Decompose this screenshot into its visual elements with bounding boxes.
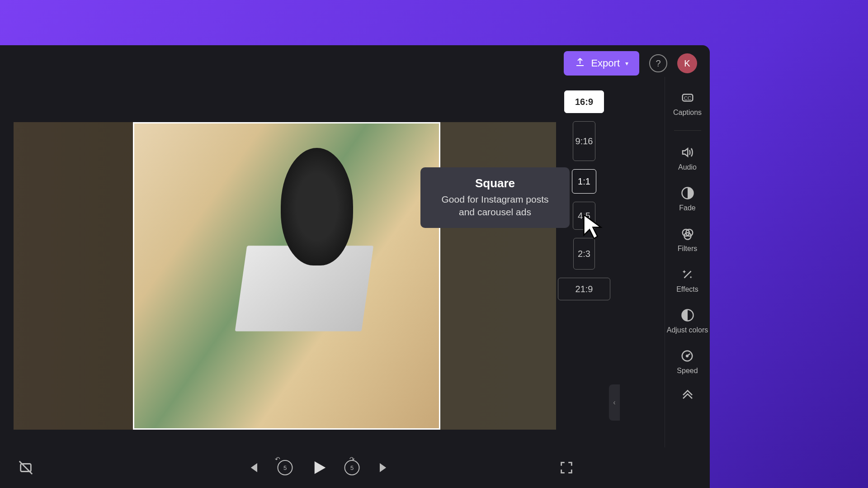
skip-seconds: 5 [350,464,354,471]
speed-icon [679,348,695,364]
help-icon: ? [656,58,660,69]
svg-text:CC: CC [684,95,691,101]
forward-5s-button[interactable]: ↷5 [344,460,360,475]
sidebar-item-label: Adjust colors [667,326,708,334]
aspect-ratio-menu: 16:9 9:16 1:1 4:5 2:3 21:9 [558,90,610,300]
collapse-sidebar-button[interactable]: ‹ [609,384,620,421]
sidebar-item-label: Captions [673,109,702,117]
audio-icon [679,144,695,161]
preview-frame[interactable] [133,122,440,430]
sidebar-item-fade[interactable]: Fade [679,185,695,212]
sidebar-item-label: Audio [678,163,697,171]
avatar-initial: K [684,58,690,69]
topbar: Export ▾ ? K [0,50,710,77]
aspect-ratio-tooltip: Square Good for Instagram posts and caro… [420,167,570,228]
sidebar-item-speed[interactable]: Speed [677,348,698,375]
play-button[interactable] [309,458,328,477]
sidebar-item-label: Effects [676,285,698,294]
disable-preview-button[interactable] [18,460,33,475]
sidebar-item-captions[interactable]: CC Captions [673,90,702,117]
sidebar-item-label: Speed [677,367,698,375]
chevron-down-icon: ▾ [625,60,628,67]
sidebar-item-label: Filters [678,245,698,253]
export-label: Export [591,57,620,69]
skip-end-button[interactable] [376,460,392,475]
help-button[interactable]: ? [649,54,667,72]
fade-icon [679,185,696,201]
sidebar-item-adjust-colors[interactable]: Adjust colors [667,307,708,334]
skip-start-button[interactable] [246,460,261,475]
export-button[interactable]: Export ▾ [564,51,639,76]
ratio-1-1-button[interactable]: 1:1 [572,169,596,194]
rewind-5s-button[interactable]: ↶5 [278,460,293,475]
ratio-9-16-button[interactable]: 9:16 [573,121,595,161]
filters-icon [679,226,696,242]
skip-seconds: 5 [283,464,287,471]
crop-icon [679,386,696,402]
ratio-21-9-button[interactable]: 21:9 [558,278,610,300]
effects-icon [679,266,696,283]
tooltip-description: Good for Instagram posts and carousel ad… [435,193,555,219]
captions-icon: CC [679,90,696,106]
ratio-16-9-button[interactable]: 16:9 [564,90,604,113]
right-sidebar: CC Captions Audio Fade [665,77,710,447]
sidebar-item-audio[interactable]: Audio [678,144,697,171]
sidebar-item-label: Fade [679,204,695,212]
user-avatar[interactable]: K [677,53,697,73]
sidebar-item-effects[interactable]: Effects [676,266,698,294]
chevron-left-icon: ‹ [613,398,615,407]
adjust-colors-icon [679,307,696,323]
sidebar-item-filters[interactable]: Filters [678,226,698,253]
video-editor-app: Export ▾ ? K Square Good for Instagram p… [0,45,710,488]
tooltip-title: Square [435,176,555,190]
sidebar-divider [674,130,701,131]
content-area: Square Good for Instagram posts and caro… [0,77,710,447]
svg-point-8 [687,355,689,357]
ratio-2-3-button[interactable]: 2:3 [573,238,595,270]
canvas-area: Square Good for Instagram posts and caro… [0,77,665,447]
upload-icon [575,57,585,70]
sidebar-item-crop[interactable] [679,386,696,402]
fullscreen-button[interactable] [559,460,574,475]
player-bar: ↶5 ↷5 [0,447,710,488]
